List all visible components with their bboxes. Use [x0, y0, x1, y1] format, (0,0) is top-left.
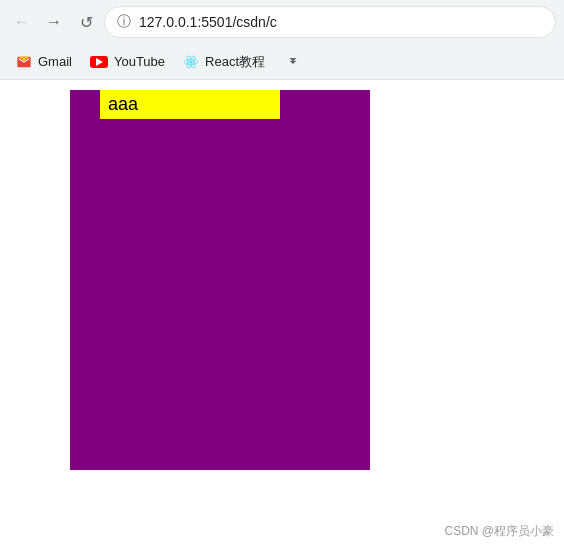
info-icon: ⓘ	[117, 13, 131, 31]
bookmark-gmail[interactable]: Gmail	[8, 50, 80, 74]
bookmark-youtube[interactable]: YouTube	[82, 50, 173, 73]
reload-button[interactable]: ↺	[72, 8, 100, 36]
watermark-text: CSDN @程序员小豪	[444, 524, 554, 538]
reload-icon: ↺	[80, 13, 93, 32]
bookmarks-bar: Gmail YouTube React教程	[0, 44, 564, 80]
yellow-label: aaa	[100, 90, 280, 119]
youtube-icon	[90, 56, 108, 68]
bookmark-gmail-label: Gmail	[38, 54, 72, 69]
forward-icon: →	[46, 13, 62, 31]
page-content: aaa CSDN @程序员小豪	[0, 80, 564, 548]
react-icon	[183, 54, 199, 70]
bookmark-react-label: React教程	[205, 53, 265, 71]
address-text: 127.0.0.1:5501/csdn/c	[139, 14, 277, 30]
back-icon: ←	[14, 13, 30, 31]
bookmark-react[interactable]: React教程	[175, 49, 273, 75]
browser-chrome: ← → ↺ ⓘ 127.0.0.1:5501/csdn/c Gmail	[0, 0, 564, 80]
address-bar[interactable]: ⓘ 127.0.0.1:5501/csdn/c	[104, 6, 556, 38]
watermark: CSDN @程序员小豪	[444, 523, 554, 540]
bookmark-youtube-label: YouTube	[114, 54, 165, 69]
gmail-icon	[16, 54, 32, 70]
bookmark-overflow[interactable]	[275, 48, 311, 76]
nav-bar: ← → ↺ ⓘ 127.0.0.1:5501/csdn/c	[0, 0, 564, 44]
forward-button[interactable]: →	[40, 8, 68, 36]
svg-point-0	[189, 60, 192, 63]
overflow-icon	[283, 52, 303, 72]
back-button[interactable]: ←	[8, 8, 36, 36]
label-text: aaa	[108, 94, 138, 114]
purple-box	[70, 90, 370, 470]
